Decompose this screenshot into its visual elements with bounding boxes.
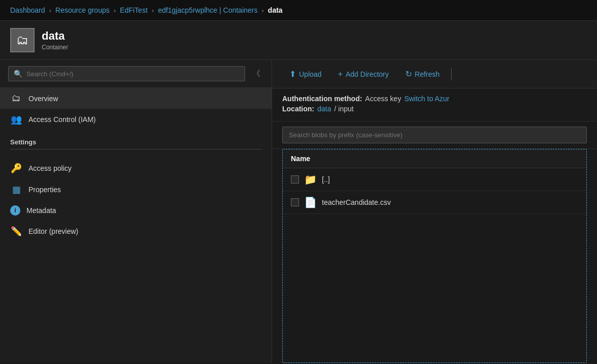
auth-row: Authentication method: Access key Switch… [282,95,587,103]
sidebar-item-access-control[interactable]: 👥 Access Control (IAM) [0,109,272,130]
access-policy-label: Access policy [28,164,72,172]
sidebar-item-editor[interactable]: ✏️ Editor (preview) [0,221,272,242]
properties-label: Properties [28,186,61,194]
breadcrumb-containers[interactable]: edf1gjacp5rwplhce | Containers [158,6,258,14]
breadcrumb-current: data [268,6,283,14]
container-icon: 🗂 [10,28,35,52]
refresh-button[interactable]: ↻ Refresh [398,65,447,83]
toolbar-divider [451,68,452,80]
auth-label: Authentication method: [282,95,362,103]
properties-icon: ▦ [10,184,22,195]
location-link[interactable]: data [317,105,331,113]
blob-search-input[interactable] [282,127,587,143]
refresh-icon: ↻ [405,69,412,79]
breadcrumb-resource-groups[interactable]: Resource groups [55,6,110,14]
editor-label: Editor (preview) [28,227,78,235]
csv-icon: 📄 [304,196,317,208]
page-subtitle: Container [42,44,68,51]
access-control-icon: 👥 [10,114,22,125]
metadata-icon: i [10,205,20,216]
upload-button[interactable]: ⬆ Upload [282,65,329,83]
search-input[interactable] [26,70,240,78]
metadata-label: Metadata [26,206,56,215]
sidebar-item-properties[interactable]: ▦ Properties [0,179,272,200]
auth-switch-link[interactable]: Switch to Azur [404,95,450,103]
sep2: › [113,7,115,14]
row-checkbox[interactable] [291,198,299,206]
sep1: › [49,7,51,14]
add-directory-label: Add Directory [346,70,389,78]
breadcrumb-dashboard[interactable]: Dashboard [10,6,45,14]
file-table-container: Name 📁 [..] [282,149,587,363]
access-policy-icon: 🔑 [10,163,22,174]
sidebar-item-metadata[interactable]: i Metadata [0,200,272,221]
file-row-name: 📁 [..] [291,173,578,186]
row-checkbox[interactable] [291,175,299,184]
main-layout: 🔍 《 🗂 Overview 👥 Access Control (IAM) Se… [0,60,597,363]
blob-search-wrapper [272,122,597,149]
settings-heading: Settings [10,138,261,146]
location-path: / input [334,105,353,113]
content-area: ⬆ Upload + Add Directory ↻ Refresh Authe… [272,60,597,363]
table-row[interactable]: 📁 [..] [283,168,586,191]
auth-value: Access key [365,95,401,103]
location-row: Location: data / input [282,105,587,113]
location-label: Location: [282,105,314,113]
refresh-label: Refresh [415,70,440,78]
table-header-row: Name [283,149,586,168]
search-bar: 🔍 《 [0,60,272,88]
add-dir-icon: + [338,70,342,79]
row-cell: 📁 [..] [283,168,586,191]
settings-section: Settings [0,130,272,158]
sidebar-item-overview[interactable]: 🗂 Overview [0,88,272,109]
overview-label: Overview [28,95,58,103]
upload-icon: ⬆ [289,69,296,79]
info-bar: Authentication method: Access key Switch… [272,88,597,122]
file-table: Name 📁 [..] [283,149,586,214]
file-row-name: 📄 teacherCandidate.csv [291,196,578,208]
sidebar-item-access-policy[interactable]: 🔑 Access policy [0,158,272,179]
page-header: 🗂 data Container [0,21,597,60]
file-name: teacherCandidate.csv [322,198,391,206]
name-column-header: Name [283,149,586,168]
breadcrumb: Dashboard › Resource groups › EdFiTest ›… [0,0,597,21]
upload-label: Upload [299,70,321,78]
sep3: › [152,7,154,14]
add-directory-button[interactable]: + Add Directory [331,66,396,83]
page-title: data [42,29,68,43]
sidebar: 🔍 《 🗂 Overview 👥 Access Control (IAM) Se… [0,60,272,363]
toolbar: ⬆ Upload + Add Directory ↻ Refresh [272,60,597,88]
search-icon: 🔍 [14,70,22,78]
folder-icon: 📁 [304,173,317,186]
overview-icon: 🗂 [10,93,22,104]
row-cell: 📄 teacherCandidate.csv [283,191,586,214]
breadcrumb-edfitest[interactable]: EdFiTest [120,6,147,14]
file-name: [..] [322,175,330,184]
collapse-button[interactable]: 《 [249,67,263,81]
table-row[interactable]: 📄 teacherCandidate.csv [283,191,586,214]
page-title-group: data Container [42,29,68,51]
access-control-label: Access Control (IAM) [28,115,96,124]
editor-icon: ✏️ [10,226,22,237]
search-wrapper[interactable]: 🔍 [8,66,245,81]
settings-divider [10,149,261,149]
sep4: › [262,7,264,14]
